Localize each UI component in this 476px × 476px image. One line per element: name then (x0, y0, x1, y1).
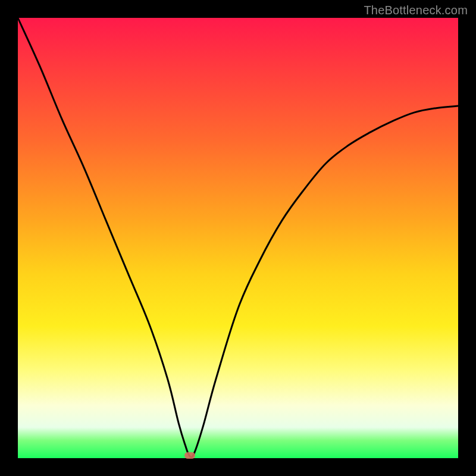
minimum-marker (184, 452, 195, 459)
bottleneck-curve (18, 18, 458, 458)
watermark-text: TheBottleneck.com (364, 4, 468, 17)
curve-svg (18, 18, 458, 458)
chart-frame: TheBottleneck.com (0, 0, 476, 476)
plot-area (18, 18, 458, 458)
